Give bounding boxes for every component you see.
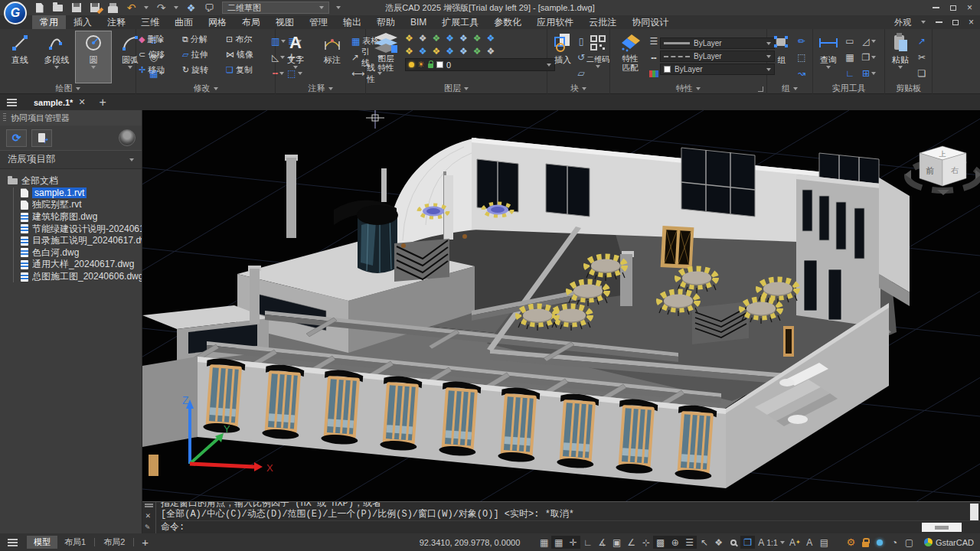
command-window[interactable]: ✕ ✎ 指定窗口的角点，输入比例因子 (nX 或 nXP)，或者 [全部(A)/… bbox=[142, 501, 980, 533]
zoom-status-icon[interactable] bbox=[726, 536, 740, 549]
annotation-auto-icon[interactable]: A bbox=[802, 536, 817, 549]
user-avatar[interactable] bbox=[119, 129, 136, 146]
file-item[interactable]: 目录施工说明_20240617.dwg bbox=[21, 235, 142, 247]
3d-osnap-icon[interactable]: ⊹ bbox=[639, 536, 653, 549]
panel-label-block[interactable]: 块 bbox=[547, 83, 609, 94]
upload-file-button[interactable]: ↱ bbox=[31, 129, 52, 147]
block-edit-button[interactable]: ↺ bbox=[577, 53, 585, 62]
stretch-button[interactable]: ▱拉伸 bbox=[182, 49, 226, 60]
minimize-icon[interactable] bbox=[933, 7, 939, 8]
layer-status-icon[interactable]: ❖ bbox=[711, 536, 726, 549]
copy-clip-icon[interactable]: ↗ bbox=[918, 37, 926, 46]
quick-select-icon[interactable]: ❐ bbox=[862, 53, 877, 62]
save-as-icon[interactable] bbox=[89, 2, 100, 14]
insert-block-button[interactable]: 插入 bbox=[550, 31, 576, 83]
panel-label-draw[interactable]: 绘图 bbox=[0, 83, 136, 94]
boolean-button[interactable]: ⊡布尔 bbox=[226, 34, 270, 45]
tab-insert[interactable]: 插入 bbox=[66, 15, 100, 29]
file-item[interactable]: 独院别墅.rvt bbox=[21, 199, 142, 211]
project-select[interactable]: 浩辰项目部 bbox=[0, 150, 142, 169]
ungroup-icon[interactable]: ✏ bbox=[798, 37, 805, 46]
object-snap-icon[interactable]: ▣ bbox=[609, 536, 624, 549]
open-file-icon[interactable] bbox=[52, 2, 64, 14]
tab-output[interactable]: 输出 bbox=[335, 15, 369, 29]
toolbar-overflow-icon[interactable] bbox=[336, 6, 341, 9]
close-icon[interactable]: × bbox=[967, 3, 972, 12]
lineweight-icon[interactable]: ☰ bbox=[650, 37, 658, 46]
annotation-visibility-icon[interactable]: A✦ bbox=[788, 536, 802, 549]
linetype-icon[interactable]: ╍ bbox=[651, 54, 656, 63]
cut-icon[interactable]: ✂ bbox=[918, 53, 926, 62]
undo-dropdown-icon[interactable] bbox=[144, 6, 149, 9]
tab-parametric[interactable]: 参数化 bbox=[486, 15, 529, 29]
attribute-button[interactable]: ▯ bbox=[579, 37, 584, 46]
layer-lock-icon[interactable]: ❖ bbox=[433, 47, 441, 56]
workspace-grid-icon[interactable]: ▤ bbox=[817, 536, 831, 549]
group-select-icon[interactable]: ↝ bbox=[798, 69, 805, 78]
layer-on-icon[interactable]: ❖ bbox=[405, 34, 413, 43]
doc-close-icon[interactable]: × bbox=[969, 18, 974, 27]
calculator-icon[interactable]: ▦ bbox=[845, 53, 854, 62]
hatch-preview-icon[interactable]: ▩ bbox=[653, 536, 668, 549]
save-icon[interactable] bbox=[70, 2, 82, 14]
layer-sun-icon[interactable]: ☀ bbox=[417, 60, 425, 70]
ruler-icon[interactable]: ▭ bbox=[845, 37, 854, 46]
tab-bim[interactable]: BIM bbox=[403, 15, 434, 29]
model-tab[interactable]: 模型 bbox=[27, 536, 57, 549]
color-select[interactable]: ByLayer bbox=[660, 64, 775, 75]
viewcube-top-face[interactable]: 上 bbox=[939, 150, 946, 158]
grid-display-icon[interactable]: ▦ bbox=[537, 536, 551, 549]
tab-view[interactable]: 视图 bbox=[268, 15, 302, 29]
file-item[interactable]: 通用大样_20240617.dwg bbox=[21, 259, 142, 271]
redo-dropdown-icon[interactable] bbox=[174, 6, 178, 9]
isolate-objects-icon[interactable]: ◔ bbox=[887, 536, 902, 549]
layer-isolate-icon[interactable]: ❖ bbox=[446, 34, 454, 43]
offset-button[interactable]: ⊂偏移 bbox=[139, 49, 182, 60]
settings-gear-icon[interactable]: ⚙ bbox=[844, 536, 858, 549]
file-item[interactable]: 色白河.dwg bbox=[21, 247, 142, 259]
layer-unlock-icon[interactable]: ❖ bbox=[433, 34, 441, 43]
tab-cloud-markup[interactable]: 云批注 bbox=[581, 15, 624, 29]
publish-icon[interactable]: ❖ bbox=[185, 2, 197, 14]
snap-mode-icon[interactable]: ✛ bbox=[566, 536, 580, 549]
lineweight-display-icon[interactable]: ☰ bbox=[682, 536, 697, 549]
selection-cycling-icon[interactable]: ↖ bbox=[697, 536, 711, 549]
panel-label-utilities[interactable]: 实用工具 bbox=[813, 83, 884, 94]
drawing-viewport[interactable]: 上 前 右 Z Y X bbox=[142, 110, 980, 501]
snap-grid-icon[interactable]: ▦ bbox=[551, 536, 566, 549]
point-style-icon[interactable]: ⊞ bbox=[862, 69, 876, 78]
block-define-button[interactable]: ▱ bbox=[577, 69, 584, 78]
command-input[interactable]: 命令: bbox=[161, 520, 980, 533]
status-menu-icon[interactable] bbox=[8, 539, 18, 546]
tab-annotate[interactable]: 注释 bbox=[100, 15, 133, 29]
tab-layout[interactable]: 布局 bbox=[234, 15, 268, 29]
dynamic-input-icon[interactable]: ∠ bbox=[624, 536, 639, 549]
layer-merge-icon[interactable]: ❖ bbox=[459, 34, 468, 43]
tab-express[interactable]: 扩展工具 bbox=[434, 15, 486, 29]
layer-color-swatch[interactable] bbox=[436, 61, 443, 68]
layer-current-icon[interactable]: ❖ bbox=[419, 47, 427, 56]
layout2-tab[interactable]: 布局2 bbox=[96, 536, 132, 549]
move-button[interactable]: ✢移动 bbox=[139, 64, 182, 76]
group-button[interactable]: 组 bbox=[769, 31, 794, 83]
restore-icon[interactable] bbox=[950, 5, 956, 11]
chat-icon[interactable]: 🗩 bbox=[204, 2, 215, 14]
hardware-accel-icon[interactable] bbox=[873, 536, 887, 549]
panel-label-group[interactable]: 组 bbox=[767, 83, 812, 94]
panel-label-annotate[interactable]: 注释 bbox=[276, 83, 365, 94]
redo-icon[interactable]: ↷ bbox=[155, 2, 167, 14]
panel-label-modify[interactable]: 修改 bbox=[136, 83, 275, 94]
tab-manage[interactable]: 管理 bbox=[302, 15, 335, 29]
lineweight-select[interactable]: ByLayer bbox=[660, 37, 775, 49]
clean-screen-icon[interactable]: ▢ bbox=[902, 536, 916, 549]
dimension-button[interactable]: 标注 bbox=[315, 31, 350, 83]
polyline-button[interactable]: 多段线 bbox=[39, 31, 74, 83]
properties-dialog-launcher-icon[interactable] bbox=[758, 86, 763, 92]
linetype-select[interactable]: ByLayer bbox=[660, 51, 775, 62]
annotation-scale-select[interactable]: A1:1 bbox=[758, 536, 785, 549]
doc-minimize-icon[interactable] bbox=[936, 21, 942, 23]
panel-label-properties[interactable]: 特性 bbox=[610, 83, 766, 94]
ortho-mode-icon[interactable]: ∟ bbox=[580, 536, 595, 549]
layer-prev-icon[interactable]: ❖ bbox=[473, 47, 482, 56]
match-properties-button[interactable]: 特性匹配 bbox=[612, 31, 648, 83]
